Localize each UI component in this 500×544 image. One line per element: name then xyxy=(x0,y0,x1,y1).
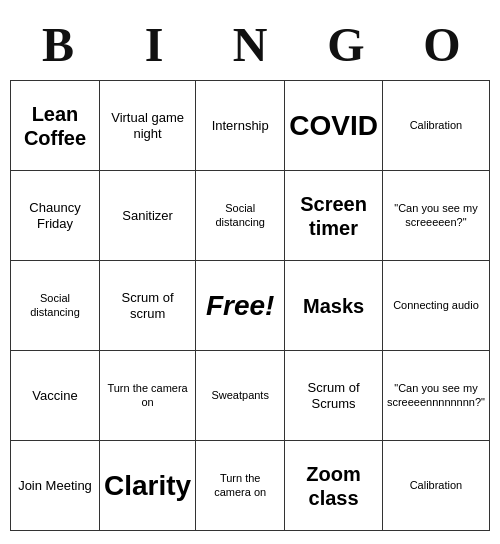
bingo-cell: Calibration xyxy=(383,81,490,171)
bingo-cell: Sweatpants xyxy=(196,351,285,441)
bingo-cell: COVID xyxy=(285,81,383,171)
bingo-cell: "Can you see my screeeeen?" xyxy=(383,171,490,261)
bingo-cell: Connecting audio xyxy=(383,261,490,351)
bingo-header-letter: G xyxy=(301,17,391,72)
bingo-cell: Turn the camera on xyxy=(196,441,285,531)
bingo-cell: Social distancing xyxy=(196,171,285,261)
bingo-header-letter: I xyxy=(109,17,199,72)
bingo-header-letter: N xyxy=(205,17,295,72)
bingo-cell: Scrum of Scrums xyxy=(285,351,383,441)
bingo-grid: Lean CoffeeVirtual game nightInternshipC… xyxy=(10,80,490,531)
bingo-cell: Join Meeting xyxy=(11,441,100,531)
bingo-cell: Masks xyxy=(285,261,383,351)
bingo-header-letter: O xyxy=(397,17,487,72)
bingo-cell: Vaccine xyxy=(11,351,100,441)
bingo-cell: Scrum of scrum xyxy=(100,261,196,351)
bingo-card: BINGO Lean CoffeeVirtual game nightInter… xyxy=(10,13,490,531)
bingo-cell: Internship xyxy=(196,81,285,171)
bingo-cell: Screen timer xyxy=(285,171,383,261)
bingo-cell: Virtual game night xyxy=(100,81,196,171)
bingo-header: BINGO xyxy=(10,13,490,80)
bingo-cell: Social distancing xyxy=(11,261,100,351)
bingo-cell: Clarity xyxy=(100,441,196,531)
bingo-cell: Zoom class xyxy=(285,441,383,531)
bingo-cell: Free! xyxy=(196,261,285,351)
bingo-header-letter: B xyxy=(13,17,103,72)
bingo-cell: Turn the camera on xyxy=(100,351,196,441)
bingo-cell: Lean Coffee xyxy=(11,81,100,171)
bingo-cell: "Can you see my screeeennnnnnnn?" xyxy=(383,351,490,441)
bingo-cell: Chauncy Friday xyxy=(11,171,100,261)
bingo-cell: Sanitizer xyxy=(100,171,196,261)
bingo-cell: Calibration xyxy=(383,441,490,531)
